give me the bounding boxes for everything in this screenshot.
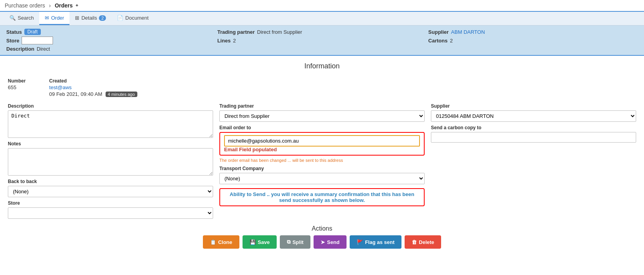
tab-search[interactable]: 🔍 Search xyxy=(4,12,39,25)
number-label: Number xyxy=(8,78,26,84)
tab-order-label: Order xyxy=(51,15,64,21)
number-value: 655 xyxy=(8,84,26,90)
status-badge: Draft xyxy=(24,29,41,35)
form-grid: Description Notes Back to back (None) St… xyxy=(8,103,636,219)
transport-label: Transport Company xyxy=(219,166,425,171)
email-field-populated-label: Email Field populated xyxy=(224,147,420,152)
order-icon: ✉ xyxy=(45,15,49,21)
flag-button[interactable]: 🚩 Flag as sent xyxy=(350,235,401,249)
tab-details-label: Details xyxy=(81,15,97,21)
tab-search-label: Search xyxy=(18,15,34,21)
breadcrumb-current: Orders xyxy=(55,2,73,9)
description-row: Description Direct xyxy=(6,46,216,52)
section-title: Information xyxy=(8,62,636,70)
created-label: Created xyxy=(49,78,137,84)
supplier-value[interactable]: ABM DARTON xyxy=(451,29,485,35)
number-col: Number 655 xyxy=(8,78,26,97)
top-header: Purchase orders › Orders ✦ xyxy=(0,0,644,12)
form-col-2: Trading partner Direct from Supplier Ema… xyxy=(219,103,425,219)
delete-button[interactable]: 🗑 Delete xyxy=(405,235,441,249)
store-select[interactable] xyxy=(8,207,213,219)
split-icon: ⧉ xyxy=(287,239,290,245)
details-badge: 2 xyxy=(99,15,106,21)
email-order-input[interactable] xyxy=(224,135,420,147)
lines-row: Lines 2 xyxy=(217,37,427,44)
created-col: Created test@aws 09 Feb 2021, 09:40 AM 4… xyxy=(49,78,137,97)
created-time: 09 Feb 2021, 09:40 AM 4 minutes ago xyxy=(49,91,137,97)
info-bar: Status Draft Trading partner Direct from… xyxy=(0,26,644,56)
delete-icon: 🗑 xyxy=(412,239,417,245)
trading-partner-row: Trading partner Direct from Supplier xyxy=(217,29,427,35)
transport-group: Transport Company (None) Ability to Send… xyxy=(219,166,425,206)
carbon-copy-input[interactable] xyxy=(431,132,636,143)
back-to-back-group: Back to back (None) xyxy=(8,179,213,197)
flag-icon: 🚩 xyxy=(357,239,363,245)
tab-document-label: Document xyxy=(125,15,148,21)
email-order-label: Email order to xyxy=(219,125,425,130)
actions-label: Actions xyxy=(312,225,332,232)
ability-send-label: Ability to Send .. you will receive a su… xyxy=(224,191,420,203)
tab-document[interactable]: 📄 Document xyxy=(111,12,154,25)
store-row: Store xyxy=(6,37,216,44)
clone-button[interactable]: 📋 Clone xyxy=(203,235,239,249)
status-row: Status Draft xyxy=(6,29,216,35)
lines-label: Lines xyxy=(217,38,231,44)
cartons-label: Cartons xyxy=(428,38,447,44)
save-button[interactable]: 💾 Save xyxy=(243,235,277,249)
created-date: 09 Feb 2021, 09:40 AM xyxy=(49,91,102,97)
carbon-copy-label: Send a carbon copy to xyxy=(431,125,636,130)
document-icon: 📄 xyxy=(117,15,123,21)
form-col-1: Description Notes Back to back (None) St… xyxy=(8,103,213,219)
pin-icon: ✦ xyxy=(75,3,79,8)
trading-partner-select[interactable]: Direct from Supplier xyxy=(219,110,425,122)
time-ago-badge: 4 minutes ago xyxy=(106,92,137,97)
nav-tabs: 🔍 Search ✉ Order ⊞ Details 2 📄 Document xyxy=(0,12,644,26)
supplier-label: Supplier xyxy=(428,29,449,35)
status-label: Status xyxy=(6,29,22,35)
description-value-header: Direct xyxy=(37,46,50,52)
cartons-value: 2 xyxy=(450,38,452,44)
main-content: Information Number 655 Created test@aws … xyxy=(0,56,644,255)
trading-partner-value: Direct from Supplier xyxy=(257,29,302,35)
lines-value: 2 xyxy=(233,38,236,44)
created-user[interactable]: test@aws xyxy=(49,84,137,90)
form-col-3: Supplier 01250484 ABM DARTON Send a carb… xyxy=(431,103,636,219)
store-label-form: Store xyxy=(8,200,213,206)
search-icon: 🔍 xyxy=(9,15,16,21)
back-to-back-label: Back to back xyxy=(8,179,213,184)
supplier-select[interactable]: 01250484 ABM DARTON xyxy=(431,110,636,122)
description-group: Description xyxy=(8,103,213,138)
store-group: Store xyxy=(8,200,213,219)
split-button[interactable]: ⧉ Split xyxy=(280,235,310,249)
transport-select[interactable]: (None) xyxy=(219,173,425,184)
save-icon: 💾 xyxy=(250,239,256,245)
description-label: Description xyxy=(8,103,213,109)
trading-partner-label: Trading partner xyxy=(217,29,255,35)
description-label-header: Description xyxy=(6,46,35,52)
tab-details[interactable]: ⊞ Details 2 xyxy=(69,12,111,25)
meta-section: Number 655 Created test@aws 09 Feb 2021,… xyxy=(8,78,636,97)
notes-group: Notes xyxy=(8,141,213,176)
send-icon: ➤ xyxy=(321,239,325,245)
email-annotation-box: Email Field populated xyxy=(219,132,425,156)
supplier-group: Supplier 01250484 ABM DARTON xyxy=(431,103,636,122)
email-warning: The order email has been changed ... wil… xyxy=(219,158,425,163)
send-button[interactable]: ➤ Send xyxy=(314,235,347,249)
notes-input[interactable] xyxy=(8,148,213,176)
details-icon: ⊞ xyxy=(75,15,79,21)
actions-section: Actions 📋 Clone 💾 Save ⧉ Split ➤ Send 🚩 … xyxy=(8,225,636,249)
breadcrumb-parent[interactable]: Purchase orders xyxy=(5,2,45,9)
back-to-back-select[interactable]: (None) xyxy=(8,186,213,197)
description-input[interactable] xyxy=(8,110,213,138)
tab-order[interactable]: ✉ Order xyxy=(39,12,69,25)
cartons-row: Cartons 2 xyxy=(428,37,638,44)
trading-partner-label-form: Trading partner xyxy=(219,103,425,109)
supplier-row: Supplier ABM DARTON xyxy=(428,29,638,35)
supplier-label-form: Supplier xyxy=(431,103,636,109)
notes-label: Notes xyxy=(8,141,213,147)
ability-annotation-box: Ability to Send .. you will receive a su… xyxy=(219,188,425,206)
actions-buttons: 📋 Clone 💾 Save ⧉ Split ➤ Send 🚩 Flag as … xyxy=(203,235,441,249)
carbon-copy-group: Send a carbon copy to xyxy=(431,125,636,143)
store-input-header[interactable] xyxy=(22,37,53,44)
clone-icon: 📋 xyxy=(210,239,216,245)
